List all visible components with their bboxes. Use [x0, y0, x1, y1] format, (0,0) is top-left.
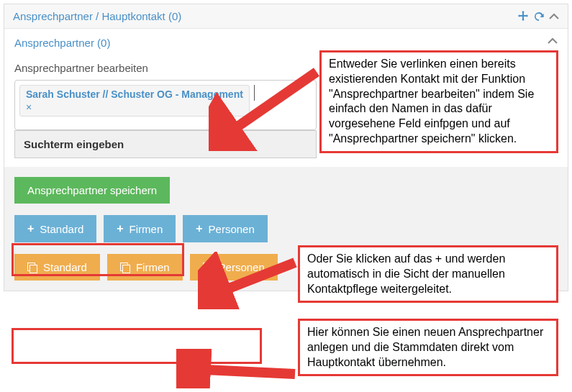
copy-standard-button[interactable]: Standard — [14, 254, 100, 281]
plus-icon — [27, 222, 34, 235]
copy-icon — [203, 263, 213, 273]
contact-tag: Sarah Schuster // Schuster OG - Manageme… — [19, 85, 250, 117]
btn-label: Standard — [43, 261, 87, 273]
add-standard-button[interactable]: Standard — [14, 215, 96, 242]
add-personen-button[interactable]: Personen — [183, 215, 268, 242]
btn-label: Standard — [40, 223, 83, 235]
search-term-bar[interactable]: Suchterm eingeben — [14, 130, 317, 158]
tag-remove-icon[interactable]: × — [26, 101, 243, 113]
tag-text: Sarah Schuster // Schuster OG - Manageme… — [26, 88, 243, 100]
save-button[interactable]: Ansprechpartner speichern — [14, 177, 170, 204]
plus-icon — [196, 222, 202, 235]
btn-label: Firmen — [130, 223, 163, 235]
copy-personen-button[interactable]: Personen — [190, 254, 278, 281]
svg-line-5 — [191, 369, 295, 374]
copy-firmen-button[interactable]: Firmen — [107, 254, 183, 281]
move-icon[interactable] — [517, 11, 529, 22]
btn-label: Firmen — [136, 261, 170, 273]
text-cursor — [254, 85, 255, 101]
refresh-icon[interactable] — [533, 11, 545, 22]
copy-icon — [120, 263, 130, 273]
btn-label: Personen — [219, 261, 265, 273]
highlight-copy-row — [12, 328, 262, 364]
annotation-2: Oder Sie klicken auf das + und werden au… — [298, 245, 558, 303]
chevron-up-icon[interactable] — [549, 11, 559, 22]
subheader-title: Ansprechpartner (0) — [14, 37, 110, 49]
panel-title: Ansprechpartner / Hauptkontakt (0) — [13, 10, 181, 22]
header-icons — [517, 11, 559, 22]
copy-icon — [27, 263, 37, 273]
annotation-3: Hier können Sie einen neuen Ansprechpart… — [298, 319, 558, 376]
collapse-icon[interactable] — [548, 36, 558, 49]
plus-icon — [117, 222, 123, 235]
arrow-3 — [176, 349, 302, 388]
annotation-1: Entweder Sie verlinken einen bereits exi… — [319, 50, 558, 153]
contact-tag-input[interactable]: Sarah Schuster // Schuster OG - Manageme… — [14, 80, 317, 130]
btn-label: Personen — [209, 223, 255, 235]
add-firmen-button[interactable]: Firmen — [104, 215, 176, 242]
save-button-label: Ansprechpartner speichern — [27, 184, 157, 196]
